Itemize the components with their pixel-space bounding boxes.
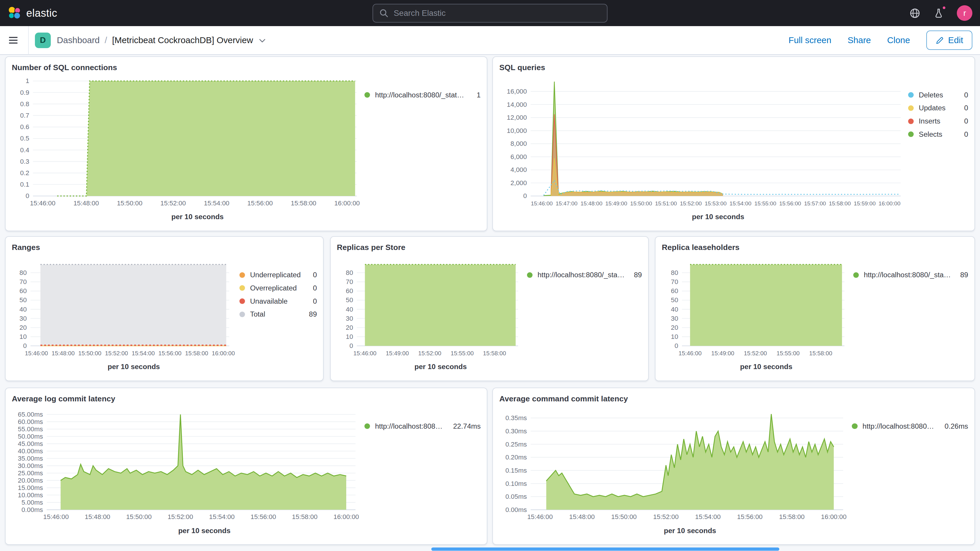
svg-text:15:47:00: 15:47:00 bbox=[555, 201, 578, 207]
svg-text:15:46:00: 15:46:00 bbox=[678, 350, 702, 357]
svg-text:15:46:00: 15:46:00 bbox=[30, 199, 56, 207]
log-commit-latency-chart[interactable]: 65.00ms60.00ms55.00ms50.00ms45.00ms40.00… bbox=[12, 407, 362, 525]
horizontal-scrollbar-thumb[interactable] bbox=[431, 548, 779, 551]
svg-text:0.5: 0.5 bbox=[20, 135, 29, 142]
svg-text:1: 1 bbox=[26, 77, 29, 84]
breadcrumb-separator: / bbox=[105, 35, 107, 45]
svg-text:15:50:00: 15:50:00 bbox=[630, 201, 652, 207]
svg-text:0.7: 0.7 bbox=[20, 112, 29, 119]
legend-item[interactable]: Total89 bbox=[239, 308, 317, 321]
svg-text:15:53:00: 15:53:00 bbox=[705, 201, 727, 207]
svg-text:45.00ms: 45.00ms bbox=[18, 440, 43, 447]
legend-value: 0 bbox=[313, 297, 317, 306]
svg-text:0.00ms: 0.00ms bbox=[505, 506, 527, 513]
share-button[interactable]: Share bbox=[848, 35, 871, 45]
svg-text:30: 30 bbox=[346, 315, 353, 322]
svg-text:40: 40 bbox=[346, 306, 353, 313]
legend-label: http://localhost:808… bbox=[375, 422, 447, 430]
breadcrumb-dashboard-link[interactable]: Dashboard bbox=[57, 35, 100, 45]
panel-sql-queries: SQL queries 16,00014,00012,00010,0008,00… bbox=[492, 56, 975, 231]
svg-text:15:55:00: 15:55:00 bbox=[754, 201, 776, 207]
panel-title: SQL queries bbox=[500, 63, 968, 72]
svg-text:40: 40 bbox=[671, 306, 678, 313]
legend-item[interactable]: Underreplicated0 bbox=[239, 268, 317, 282]
svg-text:4,000: 4,000 bbox=[511, 166, 527, 174]
svg-text:50: 50 bbox=[671, 297, 678, 304]
top-navigation-bar: elastic bbox=[0, 0, 980, 26]
chart-legend: http://localhost:8080/_sta…89 bbox=[524, 256, 642, 371]
svg-text:15:49:00: 15:49:00 bbox=[386, 350, 409, 357]
svg-text:50.00ms: 50.00ms bbox=[18, 433, 43, 440]
replica-leaseholders-chart[interactable]: 8070605040302010015:46:0015:49:0015:52:0… bbox=[662, 256, 851, 361]
legend-item[interactable]: Updates0 bbox=[908, 102, 968, 115]
legend-item[interactable]: http://localhost:8080…0.26ms bbox=[852, 420, 968, 433]
svg-text:16:00:00: 16:00:00 bbox=[334, 513, 359, 521]
chevron-down-icon[interactable] bbox=[258, 37, 266, 45]
search-input[interactable] bbox=[394, 8, 601, 18]
space-badge[interactable]: D bbox=[35, 33, 51, 48]
chart-legend: Deletes0Updates0Inserts0Selects0 bbox=[906, 76, 968, 221]
svg-text:0.1: 0.1 bbox=[20, 181, 29, 188]
svg-text:0.10ms: 0.10ms bbox=[505, 480, 527, 487]
svg-text:2,000: 2,000 bbox=[511, 179, 527, 186]
full-screen-button[interactable]: Full screen bbox=[788, 35, 831, 45]
svg-text:15:58:00: 15:58:00 bbox=[779, 513, 805, 521]
legend-label: Unavailable bbox=[250, 297, 307, 306]
panel-title: Replica leaseholders bbox=[662, 243, 968, 252]
user-avatar[interactable]: r bbox=[957, 5, 972, 21]
legend-value: 89 bbox=[309, 310, 317, 318]
svg-text:10.00ms: 10.00ms bbox=[18, 491, 43, 498]
legend-value: 0 bbox=[964, 91, 968, 99]
elastic-home-link[interactable]: elastic bbox=[8, 6, 57, 20]
legend-item[interactable]: http://localhost:808…22.74ms bbox=[364, 420, 480, 433]
legend-label: Deletes bbox=[919, 91, 958, 99]
legend-item[interactable]: http://localhost:8080/_sta…89 bbox=[527, 268, 642, 282]
svg-text:15:55:00: 15:55:00 bbox=[451, 350, 474, 357]
legend-item[interactable]: Overreplicated0 bbox=[239, 282, 317, 295]
legend-item[interactable]: Inserts0 bbox=[908, 115, 968, 128]
svg-text:0: 0 bbox=[26, 192, 29, 199]
svg-text:14,000: 14,000 bbox=[507, 100, 527, 108]
svg-text:15:48:00: 15:48:00 bbox=[581, 201, 602, 207]
ranges-chart[interactable]: 8070605040302010015:46:0015:48:0015:50:0… bbox=[12, 256, 237, 361]
svg-text:0.20ms: 0.20ms bbox=[505, 454, 527, 461]
chart-canvas: 8070605040302010015:46:0015:49:0015:52:0… bbox=[337, 256, 524, 361]
legend-value: 0 bbox=[313, 284, 317, 292]
sql-queries-chart[interactable]: 16,00014,00012,00010,0008,0006,0004,0002… bbox=[500, 76, 906, 211]
chart-legend: http://localhost:8080…0.26ms bbox=[850, 407, 968, 535]
svg-text:60: 60 bbox=[346, 288, 353, 295]
command-commit-latency-chart[interactable]: 0.35ms0.30ms0.25ms0.20ms0.15ms0.10ms0.05… bbox=[500, 407, 850, 525]
legend-series-dot bbox=[364, 92, 370, 98]
svg-text:0: 0 bbox=[23, 342, 27, 349]
svg-text:15:54:00: 15:54:00 bbox=[209, 513, 235, 521]
help-icon[interactable] bbox=[909, 8, 920, 19]
edit-button[interactable]: Edit bbox=[926, 30, 973, 50]
legend-item[interactable]: Unavailable0 bbox=[239, 295, 317, 308]
replicas-per-store-chart[interactable]: 8070605040302010015:46:0015:49:0015:52:0… bbox=[337, 256, 524, 361]
legend-label: http://localhost:8080… bbox=[862, 422, 938, 430]
legend-item[interactable]: Deletes0 bbox=[908, 88, 968, 102]
newsfeed-icon[interactable] bbox=[933, 8, 944, 19]
legend-item[interactable]: http://localhost:8080/_sta…89 bbox=[853, 268, 968, 282]
svg-text:60: 60 bbox=[671, 288, 678, 295]
svg-text:12,000: 12,000 bbox=[507, 114, 527, 121]
legend-item[interactable]: http://localhost:8080/_stat…1 bbox=[364, 88, 480, 102]
svg-text:15:58:00: 15:58:00 bbox=[292, 513, 318, 521]
svg-text:15:54:00: 15:54:00 bbox=[729, 201, 751, 207]
legend-value: 89 bbox=[634, 271, 642, 279]
svg-text:15:50:00: 15:50:00 bbox=[126, 513, 152, 521]
legend-label: http://localhost:8080/_stat… bbox=[375, 91, 470, 99]
clone-button[interactable]: Clone bbox=[887, 35, 910, 45]
legend-value: 1 bbox=[477, 91, 481, 99]
x-axis-caption: per 10 seconds bbox=[500, 527, 850, 535]
sql-connections-chart[interactable]: 10.90.80.70.60.50.40.30.20.1015:46:0015:… bbox=[12, 76, 362, 211]
svg-text:0: 0 bbox=[523, 192, 527, 199]
legend-item[interactable]: Selects0 bbox=[908, 128, 968, 141]
svg-text:0.9: 0.9 bbox=[20, 89, 29, 96]
menu-button[interactable] bbox=[8, 26, 29, 54]
svg-text:15:56:00: 15:56:00 bbox=[158, 350, 181, 357]
notification-dot bbox=[942, 6, 946, 10]
svg-text:80: 80 bbox=[346, 269, 353, 276]
panel-title: Ranges bbox=[12, 243, 317, 252]
svg-text:15:57:00: 15:57:00 bbox=[804, 201, 826, 207]
